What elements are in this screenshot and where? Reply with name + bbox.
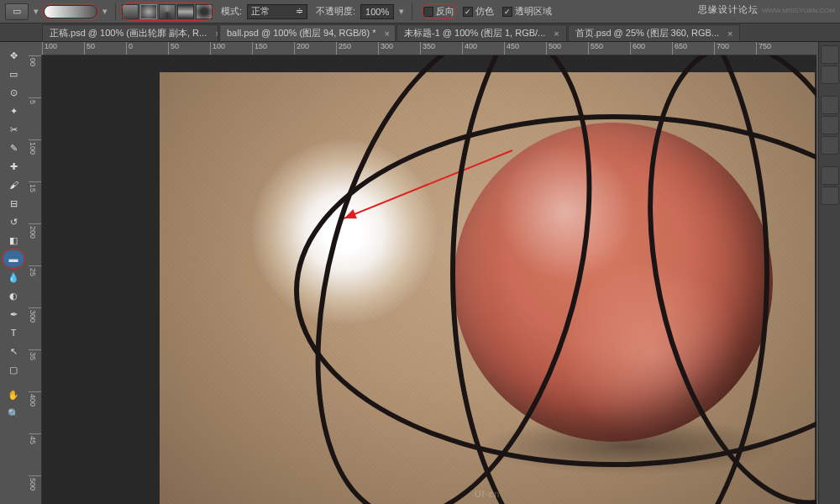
- path-tool[interactable]: ↖: [3, 343, 24, 360]
- gradient-type-group: [122, 4, 213, 19]
- reverse-checkbox[interactable]: 反向: [423, 5, 454, 18]
- stamp-tool[interactable]: ⊟: [3, 195, 24, 212]
- zoom-tool[interactable]: 🔍: [3, 405, 24, 422]
- close-icon[interactable]: ×: [215, 29, 218, 39]
- blur-tool[interactable]: 💧: [3, 269, 24, 286]
- chevron-down-icon[interactable]: ▾: [397, 6, 406, 18]
- ruler-horizontal: 1005005010015020025030035040045050055060…: [42, 42, 816, 55]
- tab-document[interactable]: 未标题-1 @ 100% (图层 1, RGB/...×: [396, 24, 567, 41]
- chevron-down-icon[interactable]: ▾: [32, 6, 40, 18]
- gradient-preview[interactable]: [44, 5, 97, 18]
- panel-icon[interactable]: [821, 45, 839, 64]
- opacity-label: 不透明度:: [316, 5, 355, 18]
- blend-mode-select[interactable]: 正常 ≑: [247, 4, 307, 19]
- dither-checkbox[interactable]: 仿色: [463, 5, 494, 18]
- tab-document[interactable]: ball.psd @ 100% (图层 94, RGB/8) *×: [219, 24, 396, 41]
- marquee-tool[interactable]: ▭: [3, 66, 24, 82]
- diamond-gradient-button[interactable]: [196, 4, 213, 19]
- panel-icon[interactable]: [821, 166, 839, 185]
- history-brush-tool[interactable]: ↺: [3, 213, 24, 230]
- shape-tool[interactable]: ▢: [3, 361, 24, 378]
- blend-mode-value: 正常: [251, 5, 270, 18]
- chevron-down-icon: ≑: [296, 6, 303, 17]
- transparency-checkbox[interactable]: 透明区域: [502, 5, 552, 18]
- pen-tool[interactable]: ✒: [3, 306, 24, 323]
- gradient-icon: ▭: [13, 6, 21, 17]
- chevron-down-icon[interactable]: ▾: [101, 6, 109, 18]
- move-tool[interactable]: ✥: [3, 47, 24, 64]
- document-tabs: 正稿.psd @ 100% (画出轮廓 副本, R...× ball.psd @…: [0, 24, 840, 42]
- eyedropper-tool[interactable]: ✎: [3, 139, 24, 156]
- options-bar: ▭ ▾ ▾ 模式: 正常 ≑ 不透明度: 100% ▾ 反向 仿色 透明区域 思…: [0, 0, 840, 24]
- panel-icon[interactable]: [821, 96, 839, 114]
- linear-gradient-button[interactable]: [122, 4, 139, 19]
- close-icon[interactable]: ×: [384, 29, 389, 39]
- opacity-input[interactable]: 100%: [360, 4, 394, 19]
- angle-gradient-button[interactable]: [159, 4, 176, 19]
- dodge-tool[interactable]: ◐: [3, 287, 24, 304]
- wand-tool[interactable]: ✦: [3, 102, 24, 119]
- tab-document[interactable]: 首页.psd @ 25% (图层 360, RGB...×: [568, 24, 741, 41]
- close-icon[interactable]: ×: [727, 29, 732, 39]
- eraser-tool[interactable]: ◧: [3, 232, 24, 249]
- watermark: 思缘设计论坛 WWW.MISSYUAN.COM: [698, 3, 835, 16]
- gradient-tool[interactable]: ▬: [3, 250, 24, 267]
- healing-tool[interactable]: ✚: [3, 158, 24, 175]
- ruler-vertical: 00510015200253003540045500: [29, 55, 42, 504]
- lasso-tool[interactable]: ⊙: [3, 84, 24, 101]
- separator: [115, 3, 116, 20]
- canvas-watermark: UI·cn: [475, 489, 501, 499]
- panel-icon[interactable]: [821, 116, 839, 134]
- brush-tool[interactable]: 🖌: [3, 176, 24, 193]
- type-tool[interactable]: T: [3, 324, 24, 341]
- tab-document[interactable]: 正稿.psd @ 100% (画出轮廓 副本, R...×: [42, 24, 218, 41]
- crop-tool[interactable]: ✂: [3, 121, 24, 138]
- canvas-area[interactable]: UI·cn: [42, 55, 816, 504]
- mode-label: 模式:: [221, 5, 242, 18]
- toolbox: ✥ ▭ ⊙ ✦ ✂ ✎ ✚ 🖌 ⊟ ↺ ◧ ▬ 💧 ◐ ✒ T ↖ ▢ ✋ 🔍: [2, 44, 27, 425]
- artboard: UI·cn: [160, 72, 815, 504]
- panel-icon[interactable]: [821, 136, 839, 155]
- close-icon[interactable]: ×: [554, 29, 559, 39]
- panel-icon[interactable]: [821, 66, 839, 84]
- panel-icon[interactable]: [821, 186, 839, 205]
- hand-tool[interactable]: ✋: [3, 386, 24, 403]
- reflected-gradient-button[interactable]: [177, 4, 194, 19]
- basketball: [454, 123, 773, 442]
- separator: [412, 3, 412, 20]
- panel-dock: [818, 42, 840, 504]
- radial-gradient-button[interactable]: [140, 4, 157, 19]
- tool-preset-dropdown[interactable]: ▭: [5, 3, 29, 20]
